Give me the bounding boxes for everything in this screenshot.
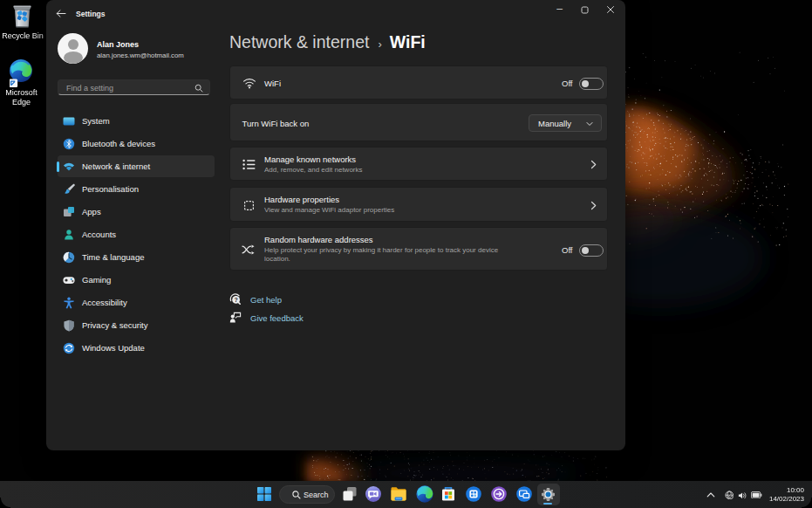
svg-text:?: ? — [234, 297, 237, 303]
